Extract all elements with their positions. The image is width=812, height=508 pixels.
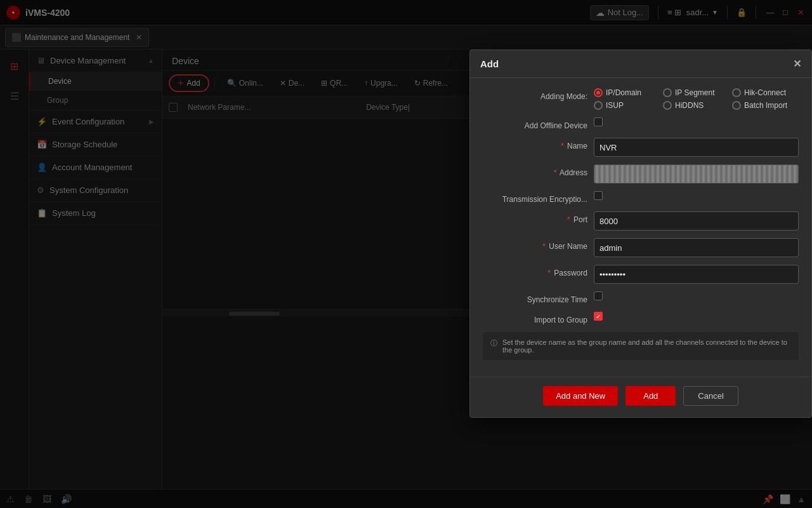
cloud-status[interactable]: ☁ Not Log... [590,5,649,20]
username-input-area [594,238,799,257]
nav-header-storage[interactable]: 📅 Storage Schedule [29,133,162,156]
transmission-label: Transmission Encryptio... [483,191,594,204]
title-bar: ● iVMS-4200 ☁ Not Log... ≡ ⊞ sadr... ▼ 🔒… [0,0,812,25]
col-type-label: Device Type| [366,103,410,112]
minimize-button[interactable]: — [765,8,775,18]
delete-icon: ✕ [280,79,286,88]
dialog-footer: Add and New Add Cancel [470,377,811,417]
password-row: * Password [483,265,799,284]
nav-header-system-config[interactable]: ⚙ System Configuration [29,179,162,201]
username-label-text: User Name [549,242,587,251]
port-input[interactable] [594,211,799,231]
tab-close-button[interactable]: ✕ [136,33,142,42]
upgrade-icon: ↑ [364,79,368,88]
username-row: * User Name [483,238,799,257]
import-group-checkbox-item[interactable]: ✓ [594,312,799,321]
user-area[interactable]: sadr... ▼ [686,8,718,17]
radio-isup[interactable]: ISUP [594,101,660,110]
sync-time-checkbox-item[interactable] [594,291,799,300]
radio-ip-domain-circle [594,88,603,97]
add-confirm-button[interactable]: Add [625,386,676,406]
sidebar-icon-menu[interactable]: ☰ [4,86,25,106]
menu-icon-area[interactable]: ≡ ⊞ [667,8,681,17]
nav-section-system-config: ⚙ System Configuration [29,179,162,202]
address-input[interactable] [594,164,799,184]
qr-label: QR... [330,79,348,88]
password-input[interactable] [594,265,799,284]
close-button[interactable]: ✕ [796,8,806,18]
radio-ip-domain[interactable]: IP/Domain [594,88,660,97]
add-offline-row: Add Offline Device [483,117,799,130]
pin-icon[interactable]: 📌 [763,494,773,504]
lock-icon[interactable]: 🔒 [737,8,747,17]
import-group-checkbox-area: ✓ [594,312,799,321]
maximize-button[interactable]: □ [780,8,790,18]
chevron-up-icon: ▲ [148,57,154,64]
sync-time-row: Synchronize Time [483,291,799,304]
import-group-checkbox[interactable]: ✓ [594,312,603,321]
nav-header-system-log[interactable]: 📋 System Log [29,202,162,224]
table-col-check [162,100,181,114]
warning-icon[interactable]: ⚠ [6,494,15,504]
username-input[interactable] [594,238,799,257]
nav-sub-item-group[interactable]: Group [29,91,162,110]
chevron-up-bottom-icon[interactable]: ▲ [797,494,806,504]
radio-batch-import[interactable]: Batch Import [732,101,799,110]
qr-button[interactable]: ⊞ QR... [314,76,355,91]
nav-section-system-log: 📋 System Log [29,202,162,225]
refresh-button[interactable]: ↻ Refre... [407,76,455,91]
port-label-text: Port [573,215,587,224]
upgrade-label: Upgra... [370,79,398,88]
nav-header-device-management[interactable]: 🖥 Device Management ▲ [29,50,162,72]
name-input[interactable] [594,138,799,157]
online-detection-button[interactable]: 🔍 Onlin... [220,76,270,91]
nav-header-event[interactable]: ⚡ Event Configuration ▶ [29,110,162,133]
nav-header-account[interactable]: 👤 Account Management [29,156,162,178]
add-offline-checkbox-item[interactable] [594,117,799,126]
dialog-body: Adding Mode: IP/Domain IP Segment [470,78,811,377]
audio-icon[interactable]: 🔊 [61,494,72,504]
image-icon[interactable]: 🖼 [43,494,51,504]
nav-sub-item-device[interactable]: Device [29,72,162,91]
radio-hik-connect[interactable]: Hik-Connect [732,88,799,97]
search-icon: 🔍 [227,79,237,88]
add-offline-checkbox[interactable] [594,117,603,126]
add-button[interactable]: + Add [169,74,209,92]
username-label: * User Name [483,238,594,251]
add-offline-checkbox-area [594,117,799,126]
dialog-title-bar: Add ✕ [470,50,811,78]
user-name: sadr... [686,8,709,17]
transmission-checkbox-area [594,191,799,200]
cloud-status-text: Not Log... [608,8,643,17]
tab-maintenance[interactable]: Maintenance and Management ✕ [5,28,149,47]
port-row: * Port [483,211,799,231]
nav-system-log-label: System Log [52,208,96,218]
nav-device-management-label: Device Management [50,56,126,65]
trash-icon[interactable]: 🗑 [24,494,33,504]
select-all-checkbox[interactable] [169,103,178,112]
delete-label: De... [289,79,304,88]
dialog-close-button[interactable]: ✕ [793,58,801,70]
add-and-new-button[interactable]: Add and New [543,386,618,406]
info-section: ⓘ Set the device name as the group name … [483,332,799,360]
cancel-button[interactable]: Cancel [683,386,738,406]
scrollbar-thumb[interactable] [229,312,280,316]
sidebar-icon-home[interactable]: ⊞ [4,56,25,76]
name-label: * Name [483,138,594,150]
upgrade-button[interactable]: ↑ Upgra... [357,76,405,91]
radio-hiddns[interactable]: HiDDNS [663,101,730,110]
sync-time-label: Synchronize Time [483,291,594,304]
transmission-checkbox[interactable] [594,191,603,200]
bottom-right-icons: 📌 ⬜ ▲ [763,494,806,504]
event-icon: ⚡ [37,117,47,126]
sync-time-checkbox[interactable] [594,291,603,300]
menu-icon2: ⊞ [674,8,681,17]
section-title: Device [172,56,199,66]
expand-icon[interactable]: ⬜ [780,494,790,504]
separator-1 [214,77,215,90]
transmission-checkbox-item[interactable] [594,191,799,200]
delete-button[interactable]: ✕ De... [273,76,311,91]
radio-ip-segment[interactable]: IP Segment [663,88,730,97]
chevron-down-icon: ▼ [712,9,718,16]
address-label-text: Address [560,168,587,177]
